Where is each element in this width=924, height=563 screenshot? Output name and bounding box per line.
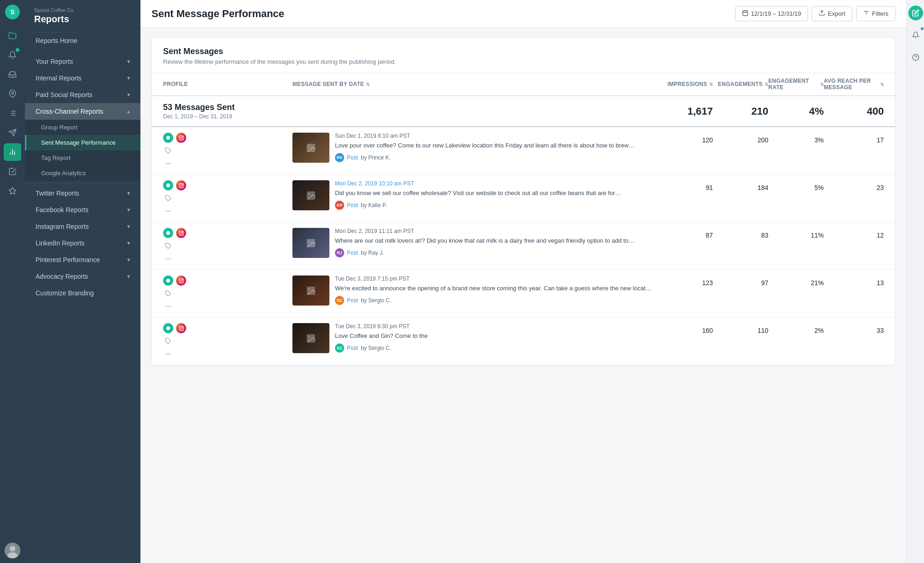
export-button[interactable]: Export xyxy=(812,6,852,21)
post-link[interactable]: Post xyxy=(347,250,358,256)
sidebar-item-cross-channel[interactable]: Cross-Channel Reports ▲ xyxy=(25,103,140,120)
sidebar-item-your-reports[interactable]: Your Reports ▼ xyxy=(25,53,140,70)
summary-count: 53 Messages Sent xyxy=(163,103,292,112)
summary-impressions: 1,617 xyxy=(657,105,713,117)
author-by: by Ray J. xyxy=(361,250,384,256)
tag-icon[interactable] xyxy=(163,193,173,203)
message-datetime[interactable]: Mon Dec 2, 2019 10:10 am PST xyxy=(335,180,657,187)
content-area: Sent Messages Review the lifetime perfor… xyxy=(140,28,906,563)
svg-point-42 xyxy=(168,211,169,212)
avg-reach-cell: 17 xyxy=(824,133,884,144)
message-author: SC Post by Sergio C. xyxy=(335,296,657,305)
col-message-date[interactable]: Message Sent by Date ⇅ xyxy=(292,78,657,91)
author-by: by Prince K. xyxy=(361,154,391,161)
message-meta xyxy=(163,180,292,216)
social-icons xyxy=(163,275,292,286)
chevron-down-icon: ▼ xyxy=(126,274,131,279)
col-profile[interactable]: Profile xyxy=(163,78,292,91)
filters-button[interactable]: Filters xyxy=(856,6,895,21)
svg-point-56 xyxy=(166,279,170,282)
sidebar-item-instagram[interactable]: Instagram Reports ▼ xyxy=(25,218,140,235)
nav-star-icon[interactable] xyxy=(4,182,21,200)
nav-notifications-icon[interactable] xyxy=(4,46,21,64)
post-link[interactable]: Post xyxy=(347,297,358,304)
report-section-title: Sent Messages xyxy=(163,47,884,56)
sidebar-item-paid-social[interactable]: Paid Social Reports ▼ xyxy=(25,86,140,103)
svg-point-63 xyxy=(170,306,170,307)
col-avg-reach[interactable]: Avg Reach per Message ⇅ xyxy=(824,78,884,91)
message-datetime: Tue Dec 3, 2019 7:15 pm PST xyxy=(335,275,657,282)
subnav-google-analytics[interactable]: Google Analytics xyxy=(25,165,140,181)
chevron-down-icon: ▼ xyxy=(126,207,131,213)
sidebar-item-pinterest[interactable]: Pinterest Performance ▼ xyxy=(25,251,140,268)
post-link[interactable]: Post xyxy=(347,345,358,351)
message-meta xyxy=(163,275,292,312)
tag-icon[interactable] xyxy=(163,336,173,346)
tag-icon[interactable] xyxy=(163,241,173,251)
main-content: Sent Message Performance 12/1/19 – 12/31… xyxy=(140,0,906,563)
nav-send-icon[interactable] xyxy=(4,124,21,141)
user-avatar[interactable] xyxy=(5,543,20,558)
nav-pin-icon[interactable] xyxy=(4,85,21,103)
nav-inbox-icon[interactable] xyxy=(4,66,21,83)
message-author: KP Post by Katie P. xyxy=(335,201,657,210)
svg-rect-18 xyxy=(742,11,748,15)
message-meta xyxy=(163,133,292,169)
col-engagement-rate[interactable]: Engagement Rate ⇅ xyxy=(768,78,824,91)
summary-engagements: 210 xyxy=(713,105,768,117)
svg-marker-14 xyxy=(9,188,16,194)
svg-point-28 xyxy=(180,137,182,139)
notification-button[interactable] xyxy=(908,28,923,43)
report-card: Sent Messages Review the lifetime perfor… xyxy=(152,37,895,366)
page-title: Sent Message Performance xyxy=(152,8,284,20)
sidebar-item-facebook[interactable]: Facebook Reports ▼ xyxy=(25,202,140,218)
nav-list-icon[interactable] xyxy=(4,104,21,122)
message-body: Did you know we sell our coffee wholesal… xyxy=(335,189,657,198)
subnav-group-report[interactable]: Group Report xyxy=(25,120,140,135)
summary-row: 53 Messages Sent Dec 1, 2019 – Dec 31, 2… xyxy=(152,96,895,127)
social-icons xyxy=(163,180,292,190)
nav-reports-icon[interactable] xyxy=(4,143,21,161)
message-thumbnail xyxy=(292,228,329,258)
more-options-icon[interactable] xyxy=(163,159,173,169)
more-options-icon[interactable] xyxy=(163,349,173,359)
impressions-cell: 87 xyxy=(657,228,713,239)
svg-point-31 xyxy=(166,163,167,164)
post-link[interactable]: Post xyxy=(347,202,358,208)
sidebar-item-internal-reports[interactable]: Internal Reports ▼ xyxy=(25,70,140,86)
sidebar-item-advocacy[interactable]: Advocacy Reports ▼ xyxy=(25,268,140,285)
sidebar-item-reports-home[interactable]: Reports Home xyxy=(25,32,140,49)
sidebar-item-twitter[interactable]: Twitter Reports ▼ xyxy=(25,185,140,202)
nav-folder-icon[interactable] xyxy=(4,27,21,44)
social-icons xyxy=(163,228,292,238)
instagram-icon xyxy=(176,180,186,190)
help-button[interactable] xyxy=(908,50,923,65)
svg-point-58 xyxy=(180,280,182,282)
sort-icon: ⇅ xyxy=(820,82,824,87)
nav-tasks-icon[interactable] xyxy=(4,163,21,180)
message-content: Mon Dec 2, 2019 10:10 am PST Did you kno… xyxy=(292,180,657,210)
sidebar-item-customize-branding[interactable]: Customize Branding xyxy=(25,285,140,301)
more-options-icon[interactable] xyxy=(163,301,173,312)
table-row: Mon Dec 2, 2019 11:11 am PST Where are o… xyxy=(152,222,895,270)
svg-point-52 xyxy=(168,258,169,259)
table-row: Tue Dec 3, 2019 7:15 pm PST We're excite… xyxy=(152,270,895,318)
subnav-sent-message[interactable]: Sent Message Performance xyxy=(25,135,140,150)
col-engagements[interactable]: Engagements ⇅ xyxy=(713,78,768,91)
post-link[interactable]: Post xyxy=(347,154,358,161)
app-logo[interactable]: S xyxy=(5,5,20,19)
date-range-button[interactable]: 12/1/19 – 12/31/19 xyxy=(735,6,808,21)
table-row: Mon Dec 2, 2019 10:10 am PST Did you kno… xyxy=(152,175,895,222)
subnav-tag-report[interactable]: Tag Report xyxy=(25,150,140,165)
svg-point-55 xyxy=(309,241,310,242)
company-name: Sprout Coffee Co. xyxy=(34,7,131,13)
col-impressions[interactable]: Impressions ⇅ xyxy=(657,78,713,91)
tag-icon[interactable] xyxy=(163,146,173,156)
chevron-down-icon: ▼ xyxy=(126,240,131,246)
sidebar-item-linkedin[interactable]: LinkedIn Reports ▼ xyxy=(25,235,140,251)
svg-point-35 xyxy=(309,146,310,147)
more-options-icon[interactable] xyxy=(163,206,173,216)
compose-button[interactable] xyxy=(908,6,923,20)
tag-icon[interactable] xyxy=(163,288,173,299)
more-options-icon[interactable] xyxy=(163,254,173,264)
